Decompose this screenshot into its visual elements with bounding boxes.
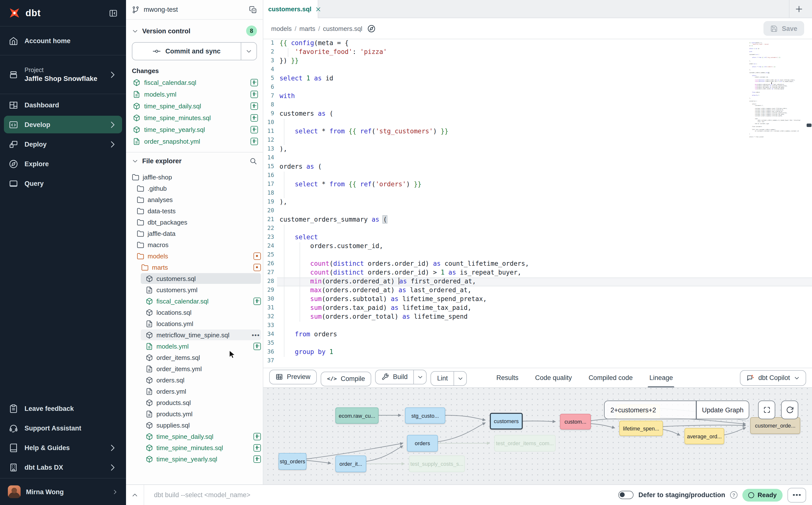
added-badge-icon[interactable] — [251, 138, 258, 145]
more-options-button[interactable] — [788, 488, 806, 502]
lint-options-button[interactable] — [454, 371, 466, 385]
preview-button[interactable]: Preview — [269, 369, 317, 384]
tab-compiled-code[interactable]: Compiled code — [589, 368, 633, 387]
tree-item-macros[interactable]: macros — [132, 239, 261, 250]
tab-code-quality[interactable]: Code quality — [535, 368, 572, 387]
tree-item-models-yml[interactable]: models.yml — [141, 341, 261, 352]
added-badge-icon[interactable] — [254, 455, 261, 463]
lineage-node-orders[interactable]: orders — [407, 435, 438, 452]
expand-command-bar-button[interactable] — [126, 485, 144, 505]
tree-item-order-items-sql[interactable]: order_items.sql — [141, 352, 261, 363]
change-row[interactable]: fiscal_calendar.sql — [126, 76, 263, 88]
status-badge[interactable]: Ready — [743, 489, 783, 501]
fullscreen-button[interactable] — [758, 400, 775, 419]
refresh-button[interactable] — [781, 400, 798, 419]
commit-and-sync-button[interactable]: Commit and sync — [132, 42, 257, 60]
tree-item-locations-sql[interactable]: locations.sql — [141, 307, 261, 318]
tree-item-supplies-sql[interactable]: supplies.sql — [141, 420, 261, 431]
added-badge-icon[interactable] — [254, 297, 261, 305]
lineage-node-customer-orde-[interactable]: customer_orde... — [750, 417, 800, 434]
update-graph-button[interactable]: Update Graph — [696, 400, 749, 419]
added-badge-icon[interactable] — [251, 126, 258, 133]
sidebar-item-leave-feedback[interactable]: Leave feedback — [4, 399, 122, 417]
tree-item-metricflow-time-spine-sql[interactable]: metricflow_time_spine.sql••• — [141, 329, 261, 340]
tree-item--github[interactable]: .github — [132, 183, 261, 194]
tree-item-orders-yml[interactable]: orders.yml — [141, 386, 261, 397]
tree-item-orders-sql[interactable]: orders.sql — [141, 375, 261, 385]
user-menu[interactable]: Mirna Wong — [0, 478, 126, 505]
sidebar-item-support-assistant[interactable]: Support Assistant — [4, 419, 122, 437]
added-badge-icon[interactable] — [251, 79, 258, 86]
tree-item-customers-sql[interactable]: customers.sql — [141, 273, 261, 284]
sidebar-item-query[interactable]: Query — [4, 175, 122, 192]
save-button[interactable]: Save — [764, 21, 804, 36]
lineage-node-average-ord-[interactable]: average_ord... — [684, 428, 724, 444]
tree-item-jaffle-shop[interactable]: jaffle-shop — [127, 172, 261, 182]
build-button[interactable]: Build — [375, 369, 427, 384]
tree-item-models[interactable]: models — [132, 250, 261, 261]
lineage-canvas[interactable]: count_lifetim...ecom.raw_cu...stg_custo.… — [263, 387, 812, 484]
added-badge-icon[interactable] — [251, 102, 258, 110]
tree-item-time-spine-yearly-sql[interactable]: time_spine_yearly.sql — [141, 454, 261, 464]
added-badge-icon[interactable] — [254, 433, 261, 440]
sidebar-item-dashboard[interactable]: Dashboard — [4, 96, 122, 114]
file-explorer-header[interactable]: File explorer — [126, 154, 263, 167]
tree-item-dbt-packages[interactable]: dbt_packages — [132, 217, 261, 227]
change-row[interactable]: stg_orders.sql — [126, 147, 263, 148]
tree-item-order-items-yml[interactable]: order_items.yml — [141, 363, 261, 374]
tree-item-time-spine-minutes-sql[interactable]: time_spine_minutes.sql — [141, 442, 261, 453]
help-icon[interactable]: ? — [730, 491, 738, 499]
lineage-node-stg-orders[interactable]: stg_orders — [279, 453, 306, 470]
lineage-node-customers[interactable]: customers — [490, 413, 523, 430]
compile-button[interactable]: </>Compile — [321, 371, 371, 386]
tree-item-data-tests[interactable]: data-tests — [132, 205, 261, 216]
sidebar-item-develop[interactable]: Develop — [4, 116, 122, 133]
minimap[interactable]: {{ config(meta = { 'favorite_food': 'piz… — [749, 42, 804, 138]
breadcrumb-file[interactable]: customers.sql — [323, 25, 362, 32]
added-badge-icon[interactable] — [251, 114, 258, 121]
lineage-node-custom-[interactable]: custom... — [560, 414, 591, 430]
sidebar-item-explore[interactable]: Explore — [4, 155, 122, 173]
sidebar-item-help-guides[interactable]: Help & Guides — [4, 439, 122, 457]
change-row[interactable]: order_snapshot.yml — [126, 135, 263, 147]
row-menu-button[interactable]: ••• — [252, 331, 261, 339]
lineage-node-test-supply-costs-s-[interactable]: test_supply_costs_s... — [409, 456, 465, 472]
added-badge-icon[interactable] — [251, 91, 258, 98]
change-row[interactable]: time_spine_yearly.sql — [126, 124, 263, 135]
added-badge-icon[interactable] — [254, 342, 261, 350]
sidebar-collapse-icon[interactable] — [108, 9, 118, 17]
version-control-header[interactable]: Version control 8 — [126, 24, 263, 37]
tree-item-marts[interactable]: marts — [136, 262, 261, 273]
lineage-node-test-order-items-com-[interactable]: test_order_items_com... — [494, 435, 555, 452]
lint-button[interactable]: Lint — [431, 371, 467, 386]
tree-item-products-yml[interactable]: products.yml — [141, 408, 261, 419]
tree-item-jaffle-data[interactable]: jaffle-data — [132, 228, 261, 239]
scrollbar-thumb[interactable] — [807, 124, 812, 127]
tree-item-products-sql[interactable]: products.sql — [141, 397, 261, 408]
tab-results[interactable]: Results — [496, 368, 518, 387]
dbt-copilot-button[interactable]: dbt Copilot — [740, 370, 806, 386]
search-icon[interactable] — [250, 157, 257, 165]
breadcrumb-models[interactable]: models — [271, 25, 292, 32]
new-tab-button[interactable] — [795, 5, 803, 13]
tab-customers-sql[interactable]: customers.sql — [263, 0, 318, 18]
breadcrumb-marts[interactable]: marts — [299, 25, 315, 32]
change-row[interactable]: time_spine_daily.sql — [126, 100, 263, 112]
change-row[interactable]: time_spine_minutes.sql — [126, 112, 263, 124]
lineage-node-ecom-raw-cu-[interactable]: ecom.raw_cu... — [335, 407, 378, 424]
change-row[interactable]: models.yml — [126, 88, 263, 100]
tree-item-analyses[interactable]: analyses — [132, 194, 261, 205]
lineage-node-order-it-[interactable]: order_it... — [335, 456, 366, 472]
sidebar-item-deploy[interactable]: Deploy — [4, 135, 122, 153]
tree-item-locations-yml[interactable]: locations.yml — [141, 318, 261, 329]
added-badge-icon[interactable] — [254, 444, 261, 451]
sidebar-item-dbt-labs-dx[interactable]: dbt Labs DX — [4, 459, 122, 476]
defer-toggle[interactable] — [618, 491, 634, 499]
tree-item-customers-yml[interactable]: customers.yml — [141, 284, 261, 295]
lineage-node-stg-custo-[interactable]: stg_custo... — [405, 407, 445, 424]
modified-badge-icon[interactable] — [254, 264, 261, 271]
close-icon[interactable] — [315, 6, 321, 12]
commit-options-button[interactable] — [241, 43, 257, 60]
lineage-node-lifetime-spen-[interactable]: lifetime_spen... — [619, 421, 663, 436]
build-options-button[interactable] — [414, 370, 426, 384]
